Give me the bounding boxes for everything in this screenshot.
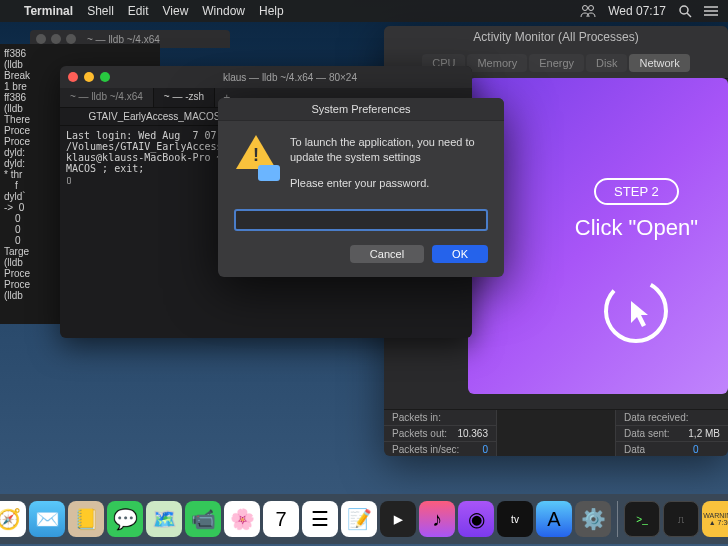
term-line: ff386 — [4, 48, 156, 59]
terminal-titlebar[interactable]: klaus — lldb ~/4.x64 — 80×24 — [60, 66, 472, 88]
dock-maps[interactable]: 🗺️ — [146, 501, 182, 537]
dock-tv[interactable]: tv — [497, 501, 533, 537]
tab-network[interactable]: Network — [629, 54, 689, 72]
dock-contacts[interactable]: 📒 — [68, 501, 104, 537]
tab-disk[interactable]: Disk — [586, 54, 627, 72]
control-center-icon[interactable] — [704, 5, 718, 17]
dock-keynote[interactable]: ▶ — [380, 501, 416, 537]
stat-label: Packets out: — [392, 428, 447, 439]
svg-point-1 — [589, 6, 594, 11]
cancel-button[interactable]: Cancel — [350, 245, 424, 263]
password-input[interactable] — [234, 209, 488, 231]
terminal-tab-lldb[interactable]: ~ — lldb ~/4.x64 — [60, 88, 154, 107]
menu-edit[interactable]: Edit — [128, 4, 149, 18]
maximize-button[interactable] — [66, 34, 76, 44]
menu-view[interactable]: View — [163, 4, 189, 18]
stat-value: 0 bytes — [693, 444, 720, 456]
dock-appstore[interactable]: A — [536, 501, 572, 537]
stat-label: Data received: — [624, 412, 688, 423]
password-dialog: System Preferences ! To launch the appli… — [218, 98, 504, 277]
dock-separator — [617, 501, 618, 537]
stat-label: Data sent: — [624, 428, 670, 439]
minimize-button[interactable] — [84, 72, 94, 82]
fast-user-switch-icon[interactable] — [580, 4, 596, 18]
activity-stats: Packets in: Packets out:10.363 Packets i… — [384, 409, 728, 456]
svg-line-3 — [687, 13, 691, 17]
stat-value: 0 — [482, 444, 488, 455]
dialog-message: To launch the application, you need to u… — [290, 135, 488, 166]
stat-label: Data received/sec: — [624, 444, 693, 456]
ok-button[interactable]: OK — [432, 245, 488, 263]
click-cursor-icon — [575, 271, 698, 355]
spotlight-icon[interactable] — [678, 4, 692, 18]
minimize-button[interactable] — [51, 34, 61, 44]
stat-label: Packets in: — [392, 412, 441, 423]
menu-help[interactable]: Help — [259, 4, 284, 18]
app-menu[interactable]: Terminal — [24, 4, 73, 18]
tab-memory[interactable]: Memory — [467, 54, 527, 72]
dock-reminders[interactable]: ☰ — [302, 501, 338, 537]
stat-value: 1,2 MB — [688, 428, 720, 439]
installer-window: STEP 2 Click "Open" — [468, 78, 728, 394]
dialog-title: System Preferences — [218, 98, 504, 121]
dock-warning-doc[interactable]: WARNING ▲ 7:36 — [702, 501, 728, 537]
terminal-tab-zsh[interactable]: ~ — -zsh — [154, 88, 215, 107]
dock-facetime[interactable]: 📹 — [185, 501, 221, 537]
terminal-title: klaus — lldb ~/4.x64 — 80×24 — [116, 72, 464, 83]
network-chart — [496, 410, 616, 456]
close-button[interactable] — [36, 34, 46, 44]
dock-mail[interactable]: ✉️ — [29, 501, 65, 537]
dock-music[interactable]: ♪ — [419, 501, 455, 537]
step-instruction: Click "Open" — [575, 215, 698, 241]
svg-point-2 — [680, 6, 688, 14]
stat-value: 10.363 — [457, 428, 488, 439]
dock-activity-monitor[interactable]: ⎍ — [663, 501, 699, 537]
dock-notes[interactable]: 📝 — [341, 501, 377, 537]
tab-energy[interactable]: Energy — [529, 54, 584, 72]
step-badge: STEP 2 — [594, 178, 679, 205]
close-button[interactable] — [68, 72, 78, 82]
activity-title: Activity Monitor (All Processes) — [384, 26, 728, 48]
stat-label: Packets in/sec: — [392, 444, 459, 455]
dock-terminal[interactable]: >_ — [624, 501, 660, 537]
dock: 🙂 🚀 🧭 ✉️ 📒 💬 🗺️ 📹 🌸 7 ☰ 📝 ▶ ♪ ◉ tv A ⚙️ … — [0, 494, 728, 544]
menu-window[interactable]: Window — [202, 4, 245, 18]
dock-photos[interactable]: 🌸 — [224, 501, 260, 537]
dock-messages[interactable]: 💬 — [107, 501, 143, 537]
dock-system-prefs[interactable]: ⚙️ — [575, 501, 611, 537]
dock-calendar[interactable]: 7 — [263, 501, 299, 537]
menu-clock[interactable]: Wed 07:17 — [608, 4, 666, 18]
maximize-button[interactable] — [100, 72, 110, 82]
dock-podcasts[interactable]: ◉ — [458, 501, 494, 537]
menu-shell[interactable]: Shell — [87, 4, 114, 18]
menu-bar: Terminal Shell Edit View Window Help Wed… — [0, 0, 728, 22]
dialog-prompt: Please enter your password. — [290, 176, 488, 191]
warning-icon: ! — [234, 135, 278, 179]
dock-safari[interactable]: 🧭 — [0, 501, 26, 537]
svg-point-0 — [583, 6, 588, 11]
lldb-tab-title: ~ — lldb ~/4.x64 — [87, 34, 160, 45]
